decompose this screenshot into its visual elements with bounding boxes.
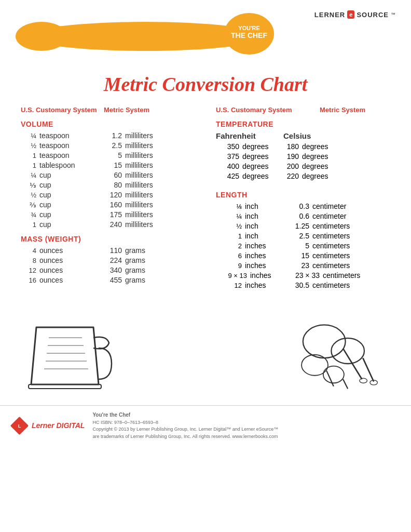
- mass-heading: MASS (WEIGHT): [21, 235, 195, 243]
- table-row: 8 ounces 224 grams: [21, 256, 195, 264]
- temperature-rows: 350 degrees 180 degrees 375 degrees 190 …: [216, 142, 390, 180]
- table-row: ⅛ inch 0.3 centimeter: [216, 202, 390, 210]
- table-row: 350 degrees 180 degrees: [216, 142, 390, 151]
- svg-text:YOU'RE: YOU'RE: [238, 25, 260, 31]
- svg-point-1: [16, 22, 67, 51]
- table-row: ½ teaspoon 2.5 milliliters: [21, 141, 195, 150]
- table-row: 2 inches 5 centimeters: [216, 242, 390, 250]
- lerner-diamond-logo: L: [10, 417, 29, 435]
- left-us-header: U.S. Customary System: [21, 106, 104, 114]
- table-row: 6 inches 15 centimeters: [216, 251, 390, 260]
- table-row: ⅔ cup 160 milliliters: [21, 201, 195, 209]
- table-row: 425 degrees 220 degrees: [216, 172, 390, 180]
- temp-column-headers: Fahrenheit Celsius: [216, 131, 390, 140]
- table-row: 1 cup 240 milliliters: [21, 220, 195, 229]
- right-us-header: U.S. Customary System: [216, 106, 320, 114]
- measuring-cup-illustration: [21, 312, 114, 395]
- footer-logo-text: Lerner DIGITAL: [32, 421, 85, 430]
- table-row: ½ cup 120 milliliters: [21, 191, 195, 199]
- lerner-logo: LERNER e SOURCE ™: [314, 10, 395, 19]
- illustrations: [0, 301, 411, 400]
- table-row: ¼ inch 0.6 centimeter: [216, 212, 390, 220]
- right-column: U.S. Customary System Metric System TEMP…: [211, 106, 390, 291]
- table-row: 12 ounces 340 grams: [21, 266, 195, 274]
- volume-rows: ¼ teaspoon 1.2 milliliters ½ teaspoon 2.…: [21, 131, 195, 229]
- svg-point-12: [331, 338, 364, 364]
- lerner-e-badge: e: [347, 10, 354, 19]
- spoon-illustration: YOU'RE THE CHEF: [16, 5, 275, 57]
- volume-heading: VOLUME: [21, 120, 195, 128]
- temperature-heading: TEMPERATURE: [216, 120, 390, 128]
- length-rows: ⅛ inch 0.3 centimeter ¼ inch 0.6 centime…: [216, 202, 390, 289]
- header: YOU'RE THE CHEF LERNER e SOURCE ™: [0, 0, 411, 68]
- table-row: ¾ cup 175 milliliters: [21, 210, 195, 219]
- main-content: U.S. Customary System Metric System VOLU…: [0, 106, 411, 291]
- celsius-header: Celsius: [283, 131, 311, 140]
- svg-text:THE CHEF: THE CHEF: [231, 31, 267, 39]
- table-row: 12 inches 30.5 centimeters: [216, 281, 390, 289]
- table-row: ½ inch 1.25 centimeters: [216, 222, 390, 230]
- measuring-spoons-illustration: [286, 312, 390, 395]
- right-metric-header: Metric System: [320, 106, 365, 114]
- table-row: 9 × 13 inches 23 × 33 centimeters: [216, 271, 390, 280]
- left-col-headers: U.S. Customary System Metric System: [21, 106, 195, 114]
- table-row: 9 inches 23 centimeters: [216, 261, 390, 270]
- left-metric-header: Metric System: [104, 106, 149, 114]
- fahrenheit-header: Fahrenheit: [216, 131, 283, 140]
- table-row: 1 tablespoon 15 milliliters: [21, 161, 195, 169]
- right-col-headers: U.S. Customary System Metric System: [216, 106, 390, 114]
- svg-text:L: L: [18, 423, 21, 429]
- svg-point-11: [303, 325, 346, 358]
- length-heading: LENGTH: [216, 191, 390, 199]
- lerner-text: LERNER: [314, 11, 345, 19]
- table-row: 375 degrees 190 degrees: [216, 152, 390, 161]
- svg-point-14: [323, 366, 344, 383]
- table-row: 16 ounces 455 grams: [21, 276, 195, 284]
- left-column: U.S. Customary System Metric System VOLU…: [21, 106, 211, 291]
- footer-logo: L Lerner DIGITAL: [10, 417, 85, 435]
- footer-copyright: You're the Chef HC ISBN: 978–0–7613–6593…: [92, 411, 278, 440]
- table-row: 400 degrees 200 degrees: [216, 162, 390, 170]
- table-row: ¼ cup 60 milliliters: [21, 171, 195, 179]
- table-row: 4 ounces 110 grams: [21, 246, 195, 255]
- page-title: Metric Conversion Chart: [0, 73, 411, 96]
- svg-point-15: [360, 378, 367, 383]
- table-row: 1 teaspoon 5 milliliters: [21, 151, 195, 159]
- source-text: SOURCE: [357, 11, 389, 19]
- mass-rows: 4 ounces 110 grams 8 ounces 224 grams 12…: [21, 246, 195, 284]
- table-row: ⅓ cup 80 milliliters: [21, 181, 195, 189]
- table-row: ¼ teaspoon 1.2 milliliters: [21, 131, 195, 140]
- table-row: 1 inch 2.5 centimeters: [216, 232, 390, 240]
- footer: L Lerner DIGITAL You're the Chef HC ISBN…: [0, 405, 411, 445]
